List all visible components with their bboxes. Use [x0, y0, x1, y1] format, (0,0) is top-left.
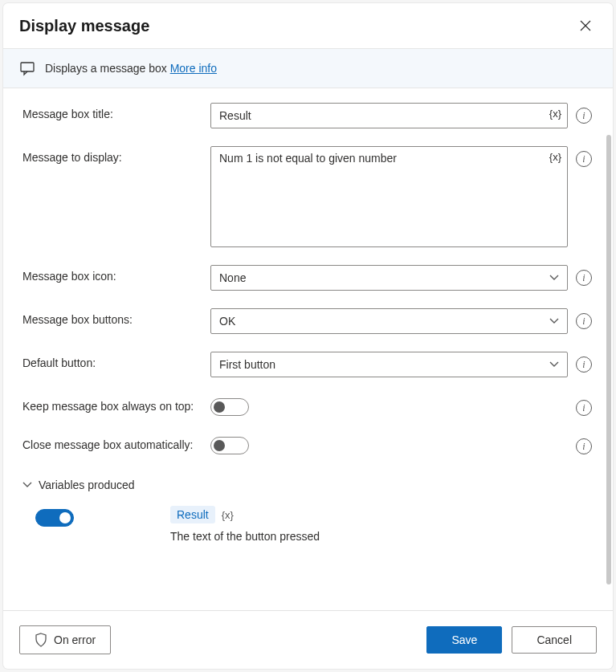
- info-icon[interactable]: i: [576, 438, 592, 454]
- variable-picker-message[interactable]: {x}: [549, 151, 561, 163]
- variables-produced-title: Variables produced: [39, 479, 135, 491]
- chevron-down-icon: [549, 361, 559, 368]
- variable-symbol: {x}: [222, 509, 234, 521]
- dialog-title: Display message: [19, 17, 149, 35]
- dialog-header: Display message: [3, 3, 613, 48]
- toggle-always-on-top[interactable]: [210, 398, 249, 416]
- display-message-dialog: Display message Displays a message box M…: [3, 3, 613, 669]
- toggle-auto-close[interactable]: [210, 437, 249, 454]
- on-error-button[interactable]: On error: [19, 625, 111, 654]
- on-error-label: On error: [54, 633, 96, 646]
- toggle-variable-output[interactable]: [35, 509, 74, 527]
- row-default-button: Default button: First button i: [22, 352, 600, 377]
- chevron-down-icon: [22, 482, 32, 488]
- label-auto-close: Close message box automatically:: [22, 434, 199, 451]
- close-button[interactable]: [574, 14, 597, 37]
- label-always-on-top: Keep message box always on top:: [22, 395, 199, 413]
- label-message: Message to display:: [22, 146, 199, 164]
- input-title[interactable]: Result: [210, 103, 568, 128]
- variable-name-wrap: Result {x}: [170, 506, 320, 523]
- info-icon[interactable]: i: [576, 356, 592, 373]
- chevron-down-icon: [549, 275, 559, 281]
- row-message: Message to display: Num 1 is not equal t…: [22, 146, 600, 247]
- row-title: Message box title: Result {x} i: [22, 103, 600, 128]
- label-buttons: Message box buttons:: [22, 308, 199, 326]
- toggle-knob: [214, 401, 225, 413]
- info-icon[interactable]: i: [576, 270, 592, 286]
- info-icon[interactable]: i: [576, 400, 592, 416]
- description-bar: Displays a message box More info: [3, 48, 613, 88]
- select-icon[interactable]: None: [210, 265, 568, 291]
- info-icon[interactable]: i: [576, 313, 592, 329]
- variables-produced-header[interactable]: Variables produced: [22, 479, 600, 491]
- info-icon[interactable]: i: [576, 108, 592, 124]
- dialog-footer: On error Save Cancel: [3, 610, 613, 669]
- row-buttons: Message box buttons: OK i: [22, 308, 600, 334]
- label-icon: Message box icon:: [22, 265, 199, 283]
- row-always-on-top: Keep message box always on top: i: [22, 395, 600, 416]
- more-info-link[interactable]: More info: [170, 62, 217, 75]
- row-auto-close: Close message box automatically: i: [22, 434, 600, 454]
- variable-name[interactable]: Result: [170, 506, 215, 523]
- variable-description: The text of the button pressed: [170, 530, 320, 543]
- svg-rect-2: [21, 63, 34, 71]
- toggle-knob: [214, 440, 225, 451]
- shield-icon: [35, 633, 47, 647]
- toggle-knob: [59, 512, 71, 523]
- row-icon: Message box icon: None i: [22, 265, 600, 291]
- variables-row: Result {x} The text of the button presse…: [22, 506, 600, 543]
- select-buttons[interactable]: OK: [210, 308, 568, 334]
- close-icon: [580, 20, 591, 31]
- cancel-button[interactable]: Cancel: [512, 626, 597, 654]
- label-default-button: Default button:: [22, 352, 199, 369]
- dialog-body: Message box title: Result {x} i Message …: [3, 88, 613, 610]
- info-icon[interactable]: i: [576, 151, 592, 167]
- chevron-down-icon: [549, 318, 559, 324]
- input-message[interactable]: Num 1 is not equal to given number: [210, 146, 568, 247]
- scrollbar[interactable]: [606, 135, 611, 584]
- save-button[interactable]: Save: [426, 626, 502, 654]
- select-default-button[interactable]: First button: [210, 352, 568, 377]
- message-box-icon: [19, 60, 35, 76]
- variable-picker-title[interactable]: {x}: [549, 108, 561, 120]
- label-title: Message box title:: [22, 103, 199, 120]
- description-text: Displays a message box More info: [45, 62, 217, 75]
